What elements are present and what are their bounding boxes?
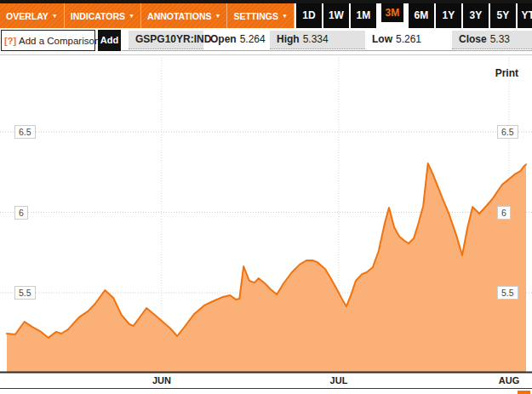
chevron-down-icon: ▼	[52, 13, 58, 19]
quote-high-value: 5.334	[303, 33, 329, 45]
y-tick-left-6-5: 6.5	[14, 125, 36, 139]
chart-application: OVERLAY▼ INDICATORS▼ ANNOTATIONS▼ SETTIN…	[0, 0, 532, 394]
x-tick-aug: AUG	[499, 375, 519, 385]
quote-low-label: Low	[372, 33, 392, 45]
chevron-down-icon: ▼	[215, 13, 221, 19]
chart-area: Print 6.5 6 5.5 6.5 6 5.5 JUN JUL AUG	[0, 51, 532, 394]
help-icon: [?]	[4, 36, 16, 46]
y-tick-left-6: 6	[14, 206, 28, 220]
scrollbar-fragment[interactable]	[518, 391, 530, 394]
quote-open: Open5.264	[203, 31, 270, 49]
quote-low: Low5.261	[365, 31, 452, 49]
symbol-tile: GSPG10YR:IND	[129, 31, 203, 49]
quote-open-value: 5.264	[240, 33, 266, 45]
quote-bar: [?] Add a Comparison Add GSPG10YR:IND Op…	[0, 28, 532, 51]
range-1m[interactable]: 1M	[351, 3, 376, 28]
menu-settings-label: SETTINGS	[233, 11, 278, 21]
range-1y[interactable]: 1Y	[436, 3, 461, 28]
y-tick-right-6: 6	[497, 206, 511, 220]
quote-high-label: High	[277, 33, 300, 45]
x-tick-jul: JUL	[330, 375, 348, 385]
range-buttons: 1D 1W 1M 3M 6M 1Y 3Y 5Y YTD	[295, 3, 532, 28]
add-button[interactable]: Add	[98, 30, 121, 51]
add-comparison-placeholder: Add a Comparison	[19, 36, 100, 46]
quote-open-label: Open	[210, 33, 237, 45]
range-6m[interactable]: 6M	[409, 3, 434, 28]
range-5y[interactable]: 5Y	[490, 3, 516, 28]
range-ytd[interactable]: YTD	[518, 3, 532, 28]
y-tick-right-5-5: 5.5	[497, 286, 518, 300]
chevron-down-icon: ▼	[282, 13, 288, 19]
menu-annotations[interactable]: ANNOTATIONS▼	[141, 3, 227, 28]
range-1w[interactable]: 1W	[323, 3, 349, 28]
quote-close-label: Close	[459, 33, 487, 45]
x-tick-jun: JUN	[152, 375, 171, 385]
y-tick-left-5-5: 5.5	[14, 286, 36, 300]
chart-svg	[0, 51, 532, 394]
quote-low-value: 5.261	[396, 33, 421, 45]
menu-bar: OVERLAY▼ INDICATORS▼ ANNOTATIONS▼ SETTIN…	[0, 3, 295, 28]
range-3m-selected[interactable]: 3M	[378, 3, 407, 28]
menu-indicators-label: INDICATORS	[71, 11, 125, 21]
quote-close: Close5.33	[452, 31, 532, 49]
menu-overlay[interactable]: OVERLAY▼	[0, 3, 65, 28]
area-fill	[7, 163, 526, 372]
menu-indicators[interactable]: INDICATORS▼	[65, 3, 141, 28]
menu-overlay-label: OVERLAY	[6, 11, 49, 21]
menu-settings[interactable]: SETTINGS▼	[227, 3, 294, 28]
y-tick-right-6-5: 6.5	[497, 125, 518, 139]
toolbar: OVERLAY▼ INDICATORS▼ ANNOTATIONS▼ SETTIN…	[0, 3, 532, 28]
range-3m-label: 3M	[381, 3, 403, 22]
menu-annotations-label: ANNOTATIONS	[147, 11, 211, 21]
quote-high: High5.334	[270, 31, 365, 49]
range-3y[interactable]: 3Y	[463, 3, 489, 28]
quote-close-value: 5.33	[490, 33, 510, 45]
add-comparison-field[interactable]: [?] Add a Comparison	[1, 30, 95, 51]
chevron-down-icon: ▼	[129, 13, 134, 19]
range-1d[interactable]: 1D	[296, 3, 322, 28]
print-button[interactable]: Print	[493, 67, 521, 79]
